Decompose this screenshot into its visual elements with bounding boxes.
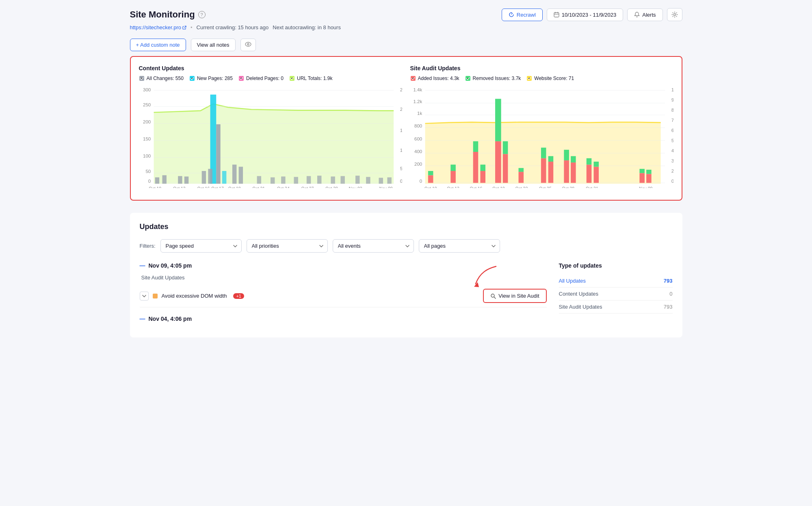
date-range-button[interactable]: 10/10/2023 - 11/9/2023 — [547, 9, 623, 21]
timeline-section: — Nov 09, 4:05 pm Site Audit Updates — [140, 262, 673, 328]
svg-text:Oct 10: Oct 10 — [149, 186, 161, 188]
add-note-button[interactable]: + Add custom note — [130, 39, 186, 51]
expand-button[interactable] — [140, 292, 149, 301]
svg-text:Oct 21: Oct 21 — [252, 186, 265, 188]
svg-rect-120 — [639, 173, 645, 183]
svg-rect-121 — [639, 169, 645, 173]
checkbox-green-icon — [465, 76, 471, 81]
legend-all-changes: All Changes: 550 — [139, 76, 184, 81]
svg-text:90: 90 — [671, 97, 673, 102]
help-icon[interactable]: ? — [198, 11, 206, 18]
svg-rect-43 — [271, 177, 275, 184]
svg-text:Oct 30: Oct 30 — [325, 186, 338, 188]
svg-text:100: 100 — [671, 87, 673, 92]
content-updates-label: Content Updates — [559, 291, 599, 297]
event-item-dom-width: Avoid excessive DOM width +1 View in Sit… — [140, 285, 547, 307]
timeline-events: — Nov 09, 4:05 pm Site Audit Updates — [140, 262, 547, 328]
svg-line-135 — [494, 297, 496, 298]
svg-text:Oct 28: Oct 28 — [562, 186, 574, 188]
filters-label: Filters: — [140, 243, 156, 249]
update-type-content: Content Updates 0 — [559, 288, 673, 301]
svg-rect-33 — [162, 175, 166, 184]
svg-text:Oct 22: Oct 22 — [515, 186, 528, 188]
svg-rect-111 — [548, 156, 553, 162]
svg-rect-94 — [428, 175, 433, 183]
legend-added-issues: Added Issues: 4.3k — [410, 76, 459, 81]
svg-point-134 — [491, 294, 494, 297]
svg-text:1.4k: 1.4k — [413, 87, 422, 92]
event-left: Avoid excessive DOM width +1 — [140, 292, 244, 301]
svg-rect-40 — [232, 164, 236, 184]
svg-text:60: 60 — [671, 128, 673, 133]
all-updates-count: 793 — [664, 278, 673, 284]
content-updates-chart-area: 300 250 200 150 100 50 0 2.5k 2k 1.5k 1k… — [139, 86, 402, 192]
svg-rect-47 — [317, 176, 321, 184]
svg-rect-98 — [473, 152, 478, 183]
page-speed-filter[interactable]: Page speed — [160, 239, 242, 253]
svg-text:Oct 16: Oct 16 — [197, 186, 210, 188]
recrawl-button[interactable]: Recrawl — [502, 9, 543, 21]
svg-rect-101 — [480, 164, 485, 171]
svg-rect-102 — [495, 141, 501, 183]
pages-filter[interactable]: All pages — [419, 239, 500, 253]
charts-container: Content Updates All Changes: 550 New Pag… — [130, 56, 682, 201]
svg-text:40: 40 — [671, 148, 673, 153]
svg-text:20: 20 — [671, 169, 673, 173]
svg-rect-105 — [502, 141, 508, 154]
svg-rect-96 — [450, 171, 456, 183]
svg-text:300: 300 — [143, 87, 151, 92]
svg-text:150: 150 — [143, 136, 151, 141]
notes-bar: + Add custom note View all notes — [130, 39, 682, 51]
svg-text:Oct 19: Oct 19 — [492, 186, 505, 188]
view-notes-button[interactable]: View all notes — [191, 39, 236, 51]
recrawl-icon — [509, 12, 514, 17]
svg-text:70: 70 — [671, 118, 673, 123]
svg-text:250: 250 — [143, 102, 151, 107]
svg-text:1.5k: 1.5k — [400, 128, 402, 133]
site-url-link[interactable]: https://sitechecker.pro — [130, 24, 186, 30]
next-autocrawling: Next autocrawling: in 8 hours — [273, 24, 341, 30]
svg-rect-116 — [586, 164, 591, 183]
svg-rect-39 — [222, 171, 226, 184]
svg-rect-109 — [541, 148, 546, 158]
separator: • — [191, 24, 193, 30]
priorities-filter[interactable]: All priorities — [247, 239, 328, 253]
svg-text:600: 600 — [414, 136, 422, 141]
svg-text:800: 800 — [414, 123, 422, 128]
svg-text:Oct 13: Oct 13 — [447, 186, 459, 188]
svg-rect-0 — [554, 13, 559, 17]
alerts-button[interactable]: Alerts — [627, 9, 663, 21]
svg-rect-119 — [593, 162, 599, 167]
content-updates-count: 0 — [669, 291, 672, 297]
svg-text:2.5k: 2.5k — [400, 87, 402, 92]
events-filter[interactable]: All events — [333, 239, 414, 253]
svg-rect-41 — [238, 167, 243, 184]
svg-rect-99 — [473, 141, 478, 152]
checkbox-cyan-icon — [189, 76, 195, 81]
external-link-icon — [182, 26, 186, 30]
checkbox-icon — [139, 76, 145, 81]
svg-text:Oct 27: Oct 27 — [301, 186, 314, 188]
event-group-site-audit: Site Audit Updates — [140, 275, 547, 281]
settings-button[interactable] — [667, 8, 682, 21]
all-updates-link[interactable]: All Updates — [559, 278, 586, 284]
svg-rect-32 — [155, 177, 159, 184]
event-row-dom-width: Avoid excessive DOM width +1 View in Sit… — [140, 285, 547, 307]
updates-sidebar: Type of updates All Updates 793 Content … — [559, 262, 673, 328]
svg-rect-115 — [571, 156, 576, 162]
view-in-site-audit-button[interactable]: View in Site Audit — [483, 289, 546, 303]
svg-text:Oct 13: Oct 13 — [173, 186, 185, 188]
checkbox-red-icon — [410, 76, 416, 81]
svg-rect-118 — [593, 167, 599, 183]
site-audit-updates-label: Site Audit Updates — [559, 304, 602, 310]
svg-text:500: 500 — [400, 166, 402, 171]
timeline-date-nov04: — Nov 04, 4:06 pm — [140, 316, 547, 322]
site-audit-svg: 1.4k 1.2k 1k 800 600 400 200 0 100 90 80… — [410, 86, 673, 188]
site-audit-chart-area: 1.4k 1.2k 1k 800 600 400 200 0 100 90 80… — [410, 86, 673, 192]
visibility-button[interactable] — [240, 39, 256, 51]
legend-url-totals: URL Totals: 1.9k — [289, 76, 332, 81]
event-badge-plus1: +1 — [233, 293, 244, 299]
eye-icon — [245, 42, 251, 47]
svg-text:Oct 31: Oct 31 — [585, 186, 598, 188]
svg-rect-95 — [428, 171, 433, 175]
